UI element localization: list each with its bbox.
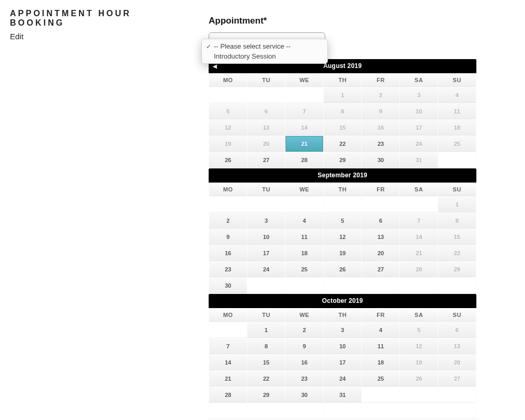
calendar-day-cell[interactable]: 4 <box>362 322 400 338</box>
calendar-day-cell <box>438 403 476 419</box>
calendar-dow-header: FR <box>362 183 400 196</box>
calendar-day-cell[interactable]: 22 <box>247 371 285 387</box>
service-option-label: Introductory Session <box>214 52 276 60</box>
calendar-dow-header: FR <box>362 74 400 87</box>
calendar-day-cell[interactable]: 3 <box>247 213 285 229</box>
calendar-day-cell[interactable]: 11 <box>362 338 400 354</box>
calendar-dow-header: WE <box>286 74 323 87</box>
calendar-day-cell <box>362 278 400 293</box>
calendar-day-cell: 14 <box>286 120 323 135</box>
calendar-day-cell: 13 <box>247 120 285 135</box>
calendar-day-cell[interactable]: 2 <box>209 213 247 229</box>
calendar-day-cell <box>209 87 247 103</box>
section-title: APPOINTMENT HOUR BOOKING <box>10 9 188 28</box>
calendar-day-cell: 5 <box>209 104 247 119</box>
calendar-day-cell[interactable]: 3 <box>324 322 361 338</box>
calendar-day-cell[interactable]: 23 <box>362 136 400 152</box>
calendar-day-cell[interactable]: 25 <box>362 371 400 387</box>
calendar-day-cell[interactable]: 21 <box>286 136 323 152</box>
calendar-day-cell <box>286 197 323 212</box>
calendar-day-cell <box>438 152 476 168</box>
calendar-day-cell[interactable]: 28 <box>209 387 247 403</box>
calendar-day-cell[interactable]: 7 <box>209 338 247 354</box>
calendar-day-cell[interactable]: 21 <box>209 371 247 387</box>
calendar-day-cell[interactable]: 16 <box>286 355 323 370</box>
calendar-day-cell[interactable]: 17 <box>324 355 361 370</box>
calendar-day-cell[interactable]: 20 <box>362 245 400 261</box>
calendar-day-cell[interactable]: 25 <box>286 262 323 277</box>
calendar-day-cell: 25 <box>438 136 476 152</box>
calendar-day-cell[interactable]: 27 <box>247 152 285 168</box>
calendar-day-cell[interactable]: 17 <box>247 245 285 261</box>
appointment-label: Appointment* <box>209 16 486 26</box>
calendar-day-cell <box>400 403 438 419</box>
calendar-day-cell[interactable]: 9 <box>286 338 323 354</box>
service-select-popup: ✓ -- Please select service -- Introducto… <box>201 39 328 64</box>
calendar-day-cell: 29 <box>438 262 476 277</box>
calendar-day-cell <box>247 278 285 293</box>
calendar-day-cell: 15 <box>438 229 476 245</box>
calendar-day-cell[interactable]: 26 <box>209 152 247 168</box>
calendar-day-cell[interactable]: 29 <box>247 387 285 403</box>
calendar-day-cell[interactable]: 5 <box>324 213 361 229</box>
calendar-day-cell: 3 <box>400 87 438 103</box>
calendar-day-cell[interactable]: 29 <box>324 152 361 168</box>
calendar-day-cell[interactable]: 1 <box>247 322 285 338</box>
calendar-day-cell[interactable]: 10 <box>247 229 285 245</box>
calendar-day-cell: 4 <box>438 87 476 103</box>
calendar-day-cell: 8 <box>324 104 361 119</box>
calendar-day-cell[interactable]: 22 <box>324 136 361 152</box>
calendar-day-cell[interactable]: 30 <box>209 278 247 293</box>
calendar-day-cell[interactable]: 10 <box>324 338 361 354</box>
calendar-day-cell[interactable]: 28 <box>286 152 323 168</box>
calendar-day-cell: 10 <box>400 104 438 119</box>
calendar-dow-header: TU <box>247 309 285 322</box>
calendar-day-cell <box>247 403 285 419</box>
calendar-day-cell[interactable]: 27 <box>362 262 400 277</box>
calendar-day-cell: 19 <box>209 136 247 152</box>
calendar-day-cell[interactable]: 30 <box>362 152 400 168</box>
calendar-day-cell[interactable]: 24 <box>324 371 361 387</box>
calendar-day-cell[interactable]: 26 <box>324 262 361 277</box>
calendar-day-cell[interactable]: 11 <box>286 229 323 245</box>
calendar-day-cell <box>209 322 247 338</box>
service-option[interactable]: Introductory Session <box>202 51 327 61</box>
calendar-day-cell[interactable]: 23 <box>209 262 247 277</box>
calendar-day-cell[interactable]: 16 <box>209 245 247 261</box>
calendar-day-cell[interactable]: 9 <box>209 229 247 245</box>
calendar-day-cell[interactable]: 30 <box>286 387 323 403</box>
calendar-day-cell[interactable]: 18 <box>286 245 323 261</box>
calendar-day-cell[interactable]: 23 <box>286 371 323 387</box>
calendar-dow-header: SU <box>438 309 476 322</box>
calendar-day-cell <box>400 387 438 403</box>
calendar-day-cell: 1 <box>324 87 361 103</box>
calendar-day-cell[interactable]: 8 <box>247 338 285 354</box>
calendar-day-cell[interactable]: 14 <box>209 355 247 370</box>
calendar-day-cell[interactable]: 31 <box>324 387 361 403</box>
calendar-day-cell[interactable]: 24 <box>247 262 285 277</box>
calendar-day-cell[interactable]: 6 <box>362 213 400 229</box>
calendar-dow-header: TH <box>324 183 361 196</box>
calendar-day-cell <box>362 403 400 419</box>
calendar-grid: MOTUWETHFRSASU12345678910111213141516171… <box>209 308 476 419</box>
calendar-day-cell[interactable]: 2 <box>286 322 323 338</box>
calendar-day-cell[interactable]: 13 <box>362 229 400 245</box>
calendar-day-cell: 21 <box>400 245 438 261</box>
calendar-day-cell[interactable]: 4 <box>286 213 323 229</box>
calendar-day-cell[interactable]: 12 <box>324 229 361 245</box>
calendar-dow-header: WE <box>286 309 323 322</box>
calendar-day-cell <box>286 403 323 419</box>
calendar-day-cell[interactable]: 19 <box>324 245 361 261</box>
calendar-day-cell[interactable]: 18 <box>362 355 400 370</box>
calendar-day-cell: 12 <box>400 338 438 354</box>
calendar-day-cell <box>438 387 476 403</box>
calendar-day-cell: 12 <box>209 120 247 135</box>
edit-link[interactable]: Edit <box>10 32 188 41</box>
calendar-day-cell[interactable]: 15 <box>247 355 285 370</box>
calendar-day-cell <box>286 87 323 103</box>
service-option[interactable]: ✓ -- Please select service -- <box>202 41 327 51</box>
calendar-day-cell: 7 <box>400 213 438 229</box>
calendar-day-cell <box>247 197 285 212</box>
calendar-day-cell: 15 <box>324 120 361 135</box>
calendar-day-cell: 2 <box>362 87 400 103</box>
